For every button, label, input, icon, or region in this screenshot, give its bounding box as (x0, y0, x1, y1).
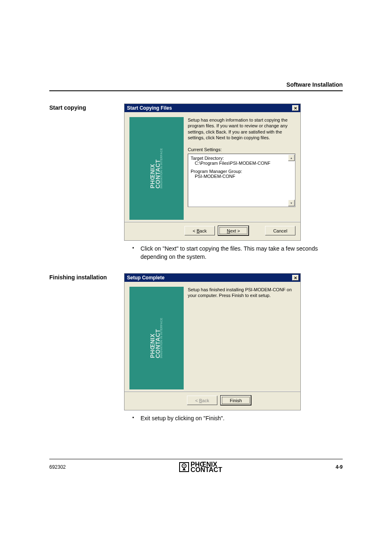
bullet-text: Click on "Next" to start copying the fil… (141, 245, 343, 261)
footer-logo: PHŒNIX CONTACT (179, 462, 222, 473)
target-dir-label: Target Directory: (191, 156, 293, 161)
header-rule (49, 90, 343, 91)
section-label-finishing: Finishing installation (49, 273, 124, 427)
brand-tagline: INNOVATION IN INTERFACE (160, 318, 163, 358)
page-number: 4-9 (336, 464, 343, 470)
close-icon[interactable]: ✕ (292, 105, 299, 111)
footer-rule (49, 459, 343, 459)
bullet-icon: • (132, 415, 141, 423)
cancel-button[interactable]: Cancel (265, 226, 295, 235)
phoenix-logo-icon (179, 462, 189, 472)
close-icon[interactable]: ✕ (292, 275, 299, 281)
current-settings-label: Current Settings: (188, 147, 295, 152)
logo-line2: CONTACT (191, 467, 222, 473)
titlebar: Start Copying Files ✕ (125, 104, 300, 112)
scroll-up-icon[interactable]: ▲ (288, 154, 295, 161)
finish-button[interactable]: Finish (221, 396, 251, 405)
scroll-down-icon[interactable]: ▼ (288, 200, 295, 206)
dialog-title: Start Copying Files (127, 105, 172, 111)
settings-textbox: Target Directory: C:\Program Files\PSI-M… (188, 154, 295, 207)
back-button-disabled: < Back (187, 396, 217, 405)
brand-tagline: INNOVATION IN INTERFACE (160, 148, 163, 189)
pm-group-value: PSI-MODEM-CONF (191, 174, 293, 179)
dialog-instruction: Setup has enough information to start co… (188, 117, 295, 140)
dialog-start-copying-files: Start Copying Files ✕ PHŒNIX CONTACT INN… (124, 104, 301, 241)
dialog-side-graphic: PHŒNIX CONTACT INNOVATION IN INTERFACE (129, 287, 184, 389)
dialog-side-graphic: PHŒNIX CONTACT INNOVATION IN INTERFACE (129, 117, 184, 220)
section-label-start-copying: Start copying (49, 104, 124, 265)
dialog-instruction: Setup has finished installing PSI-MODEM-… (188, 287, 295, 299)
titlebar: Setup Complete ✕ (125, 274, 300, 282)
next-button[interactable]: Next > (218, 226, 249, 235)
back-button[interactable]: < Back (184, 226, 215, 235)
pm-group-label: Program Manager Group: (191, 169, 293, 174)
page-header: Software Installation (49, 81, 343, 88)
dialog-title: Setup Complete (127, 275, 164, 281)
svg-point-1 (183, 465, 184, 467)
bullet-text: Exit setup by clicking on "Finish". (141, 415, 224, 423)
dialog-setup-complete: Setup Complete ✕ PHŒNIX CONTACT INNOVATI… (124, 273, 301, 410)
bullet-icon: • (132, 245, 141, 261)
footer-doc-number: 692302 (49, 464, 66, 470)
target-dir-value: C:\Program Files\PSI-MODEM-CONF (191, 161, 293, 166)
